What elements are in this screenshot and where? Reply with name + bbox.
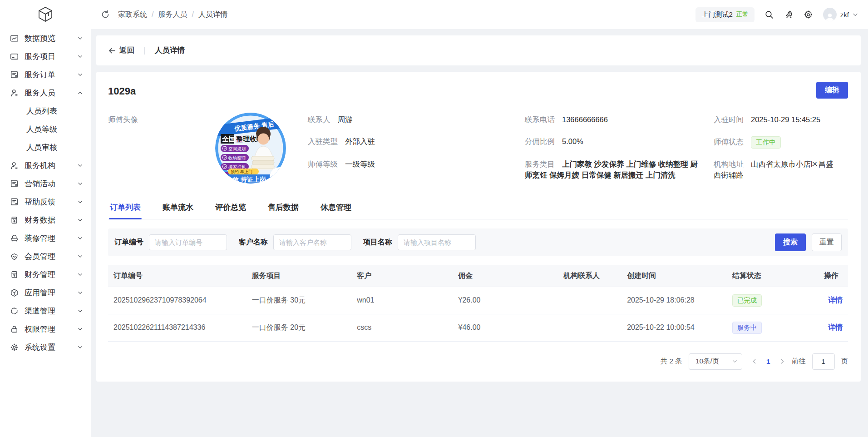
project-name-input[interactable] — [398, 234, 476, 250]
filter-order-no: 订单编号 — [114, 234, 227, 250]
next-page-icon[interactable] — [779, 358, 785, 364]
person-name: 1029a — [108, 85, 136, 97]
filter-buttons: 搜索 重置 — [775, 233, 842, 251]
sidebar-item-service-projects[interactable]: 服务项目 — [0, 47, 91, 65]
cell-created: 2025-10-22 10:00:54 — [621, 314, 726, 341]
field-label: 师傅状态 — [714, 138, 744, 146]
field-join-time: 入驻时间2025-10-29 15:45:25 — [714, 110, 848, 132]
sidebar-item-decoration[interactable]: 装修管理 — [0, 229, 91, 247]
detail-link[interactable]: 详情 — [828, 323, 843, 331]
sidebar-item-service-staff[interactable]: 服务人员 — [0, 84, 91, 102]
field-label: 机构地址 — [714, 160, 744, 168]
sidebar-item-label: 帮助反馈 — [25, 197, 78, 207]
breadcrumb-separator: / — [152, 10, 153, 19]
order-filter-bar: 订单编号 客户名称 项目名称 搜索 重置 — [108, 228, 848, 256]
sidebar-item-data-overview[interactable]: 数据预览 — [0, 29, 91, 47]
col-commission: 佣金 — [453, 265, 558, 287]
sidebar-item-marketing[interactable]: 营销活动 — [0, 174, 91, 193]
sidebar-subitem-staff-list[interactable]: 人员列表 — [0, 102, 91, 120]
lock-icon — [10, 325, 19, 333]
breadcrumb-service-staff[interactable]: 服务人员 — [158, 10, 187, 20]
sidebar-item-finance-mgmt[interactable]: 财务管理 — [0, 265, 91, 283]
sidebar-item-label: 财务管理 — [25, 269, 78, 280]
sidebar-item-label: 服务订单 — [25, 70, 78, 80]
cell-org-contact — [558, 314, 621, 341]
sidebar-item-system-settings[interactable]: 系统设置 — [0, 338, 91, 356]
sidebar-item-label: 服务人员 — [25, 88, 78, 98]
field-label: 联系人 — [308, 115, 330, 124]
edit-button[interactable]: 编辑 — [816, 82, 848, 99]
campaign-icon — [10, 179, 19, 188]
detail-tabs: 订单列表 账单流水 评价总览 售后数据 休息管理 — [108, 199, 848, 219]
sidebar-item-label: 渠道管理 — [25, 306, 78, 316]
tab-order-list[interactable]: 订单列表 — [109, 199, 142, 219]
field-label: 服务类目 — [525, 160, 555, 168]
col-actions: 操作 — [819, 265, 848, 287]
topbar-right: 上门测试2 正常 zkf — [695, 7, 858, 22]
tab-rest-management[interactable]: 休息管理 — [320, 199, 352, 219]
card-icon — [10, 52, 19, 61]
breadcrumb-home[interactable]: 家政系统 — [118, 10, 147, 20]
sidebar-item-channel-mgmt[interactable]: 渠道管理 — [0, 302, 91, 320]
channel-icon — [10, 307, 19, 315]
page-size-value: 10条/页 — [695, 357, 720, 366]
gear-icon[interactable] — [804, 10, 813, 20]
sidebar-item-permissions[interactable]: 权限管理 — [0, 320, 91, 338]
cell-commission: ¥26.00 — [453, 287, 558, 314]
page-size-select[interactable]: 10条/页 — [689, 353, 742, 370]
chevron-down-icon — [78, 345, 83, 350]
refresh-icon[interactable] — [101, 10, 110, 19]
total-count: 共 2 条 — [661, 357, 682, 366]
cell-actions: 详情 — [819, 314, 848, 341]
sidebar-item-service-orders[interactable]: 服务订单 — [0, 65, 91, 84]
chevron-down-icon — [78, 272, 83, 277]
sidebar-subitem-staff-level[interactable]: 人员等级 — [0, 120, 91, 138]
col-org-contact: 机构联系人 — [558, 265, 621, 287]
tab-aftersales-data[interactable]: 售后数据 — [267, 199, 300, 219]
back-button[interactable]: 返回 — [108, 45, 134, 55]
cell-org-contact — [558, 287, 621, 314]
sidebar-item-help-feedback[interactable]: 帮助反馈 — [0, 193, 91, 211]
prev-page-icon[interactable] — [751, 358, 757, 364]
goto-page-input[interactable] — [812, 353, 835, 370]
field-label: 师傅头像 — [108, 114, 138, 125]
master-avatar-image[interactable]: 优质服务 售后 全国 整理收纳 — [215, 113, 286, 184]
sidebar-item-members[interactable]: 会员管理 — [0, 247, 91, 265]
order-table: 订单编号 服务项目 客户 佣金 机构联系人 创建时间 结算状态 操作 20251 — [108, 265, 848, 342]
chevron-down-icon — [78, 290, 83, 295]
sidebar-item-app-mgmt[interactable]: 应用管理 — [0, 283, 91, 302]
tab-billing-flow[interactable]: 账单流水 — [162, 199, 194, 219]
topbar: 家政系统 / 服务人员 / 人员详情 上门测试2 正常 — [91, 0, 868, 29]
field-label: 分佣比例 — [525, 137, 555, 145]
search-icon[interactable] — [764, 10, 774, 20]
filter-customer-name: 客户名称 — [239, 234, 351, 250]
chevron-down-icon — [78, 181, 83, 186]
filter-label: 订单编号 — [114, 238, 143, 247]
field-categories: 服务类目上门家教 沙发保养 上门维修 收纳整理 厨师烹饪 保姆月嫂 日常保健 新… — [525, 155, 714, 188]
detail-link[interactable]: 详情 — [828, 296, 843, 304]
tenant-selector[interactable]: 上门测试2 正常 — [695, 7, 754, 22]
sidebar-subitem-staff-audit[interactable]: 人员审核 — [0, 138, 91, 156]
avatar-pill-text: 空间规划 — [228, 146, 246, 151]
avatar-pill-text: 收纳整理 — [228, 155, 246, 160]
field-value: 一级等级 — [345, 160, 375, 168]
avatar-corner-text: 满 — [276, 174, 282, 181]
field-value: 周游 — [338, 115, 353, 124]
order-no-input[interactable] — [149, 234, 227, 250]
content-area: 返回 人员详情 1029a 编辑 联系人周游 联系电话136666666 — [91, 29, 868, 382]
avatar-tag-text: 预约·早上门 — [231, 169, 252, 174]
sidebar-item-finance-data[interactable]: 财务数据 — [0, 211, 91, 229]
chart-icon — [10, 34, 19, 43]
app-logo[interactable] — [0, 0, 91, 29]
rocket-icon[interactable] — [784, 10, 794, 20]
reset-button[interactable]: 重置 — [812, 233, 842, 251]
user-menu[interactable]: zkf — [823, 8, 858, 21]
divider — [144, 47, 145, 55]
tab-review-overview[interactable]: 评价总览 — [214, 199, 247, 219]
search-button[interactable]: 搜索 — [775, 233, 806, 251]
field-label: 联系电话 — [525, 115, 555, 124]
current-page[interactable]: 1 — [764, 358, 772, 366]
customer-name-input[interactable] — [273, 234, 351, 250]
col-service: 服务项目 — [247, 265, 351, 287]
sidebar-item-service-org[interactable]: 服务机构 — [0, 156, 91, 174]
